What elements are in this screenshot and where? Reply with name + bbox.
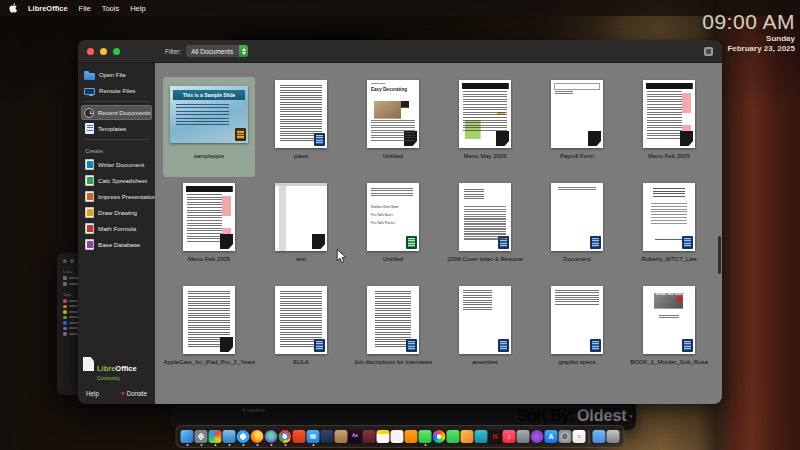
sidebar-item-calc-spreadsheet[interactable]: Calc Spreadsheet — [81, 173, 152, 188]
sidebar-item-math-formula[interactable]: Math Formula — [81, 221, 152, 236]
document-test[interactable]: test — [255, 180, 347, 280]
base-database-icon — [85, 239, 94, 250]
sidebar-item-recent-documents[interactable]: Recent Documents — [81, 105, 152, 120]
sidebar-item-label: Math Formula — [98, 225, 136, 232]
document-job-discriptions-for-interviews[interactable]: Job discriptions for interviews — [347, 283, 439, 383]
dropdown-stepper-icon[interactable] — [239, 45, 248, 57]
replies-count: 4 replies — [242, 407, 265, 413]
document-applecare-for-ipad-pro-2-years[interactable]: AppleCare_for_iPad_Pro_2_Years — [163, 283, 255, 383]
dock-icon-orange-utility[interactable] — [405, 428, 418, 445]
document-graphic-specs[interactable]: graphic specs — [531, 283, 623, 383]
document-thumbnail — [163, 180, 255, 254]
dock-icon-chrome[interactable] — [279, 428, 292, 445]
document-thumbnail — [439, 283, 531, 357]
minimize-button[interactable] — [100, 48, 107, 55]
document-untitled[interactable]: Numbers Sheet NameFirst Table BasicsFirs… — [347, 180, 439, 280]
dock-icon-downloads-folder[interactable] — [593, 428, 606, 445]
dock-icon-after-effects[interactable]: Ae — [349, 428, 362, 445]
document-amenities[interactable]: amenities — [439, 283, 531, 383]
after-effects-glyph: Ae — [352, 434, 358, 439]
dock-icon-mail[interactable]: ✉ — [307, 428, 320, 445]
writer-badge-icon — [314, 133, 325, 146]
dock-icon-media-grid[interactable] — [209, 428, 222, 445]
dock-icon-tor-browser[interactable] — [265, 428, 278, 445]
writer-badge-icon — [314, 339, 325, 352]
document-name: Menu Feb 2005 — [648, 153, 690, 159]
dock-icon-teal-app[interactable] — [475, 428, 488, 445]
sidebar-item-base-database[interactable]: Base Database — [81, 237, 152, 252]
sidebar-item-templates[interactable]: Templates — [81, 121, 152, 136]
sidebar-item-impress-presentation[interactable]: Impress Presentation — [81, 189, 152, 204]
dock-icon-photos-dark[interactable] — [363, 428, 376, 445]
close-button[interactable] — [87, 48, 94, 55]
dock-icon-notes[interactable] — [377, 428, 390, 445]
menu-item-tools[interactable]: Tools — [102, 4, 120, 13]
dock-icon-finder[interactable] — [181, 428, 194, 445]
window-titlebar[interactable]: Filter: All Documents — [78, 40, 722, 63]
document-2008-cover-letter-resume[interactable]: 2008 Cover letter & Resume — [439, 180, 531, 280]
dock-icon-firefox[interactable] — [251, 428, 264, 445]
dock-icon-reminders[interactable] — [391, 428, 404, 445]
writer-badge-icon — [682, 236, 693, 249]
dock-icon-purple-app[interactable] — [531, 428, 544, 445]
document-name: AppleCare_for_iPad_Pro_2_Years — [164, 359, 255, 365]
menu-item-file[interactable]: File — [79, 4, 91, 13]
document-name: test — [296, 256, 306, 262]
document-name: Untitled — [383, 256, 403, 262]
sort-by-control[interactable]: Sort By: Oldest ▾ — [517, 407, 632, 425]
document-eula[interactable]: EULA — [255, 283, 347, 383]
dock-icon-preview[interactable] — [223, 428, 236, 445]
filter-dropdown[interactable]: All Documents — [186, 45, 248, 57]
zoom-button[interactable] — [113, 48, 120, 55]
dock-icon-system-settings[interactable]: ⚙ — [559, 428, 572, 445]
document-book-1-murder-sub-rosa[interactable]: Murder Sub RosaBOOK_1_Murder_Sub_Rosa — [623, 283, 715, 383]
dock-icon-safari[interactable] — [237, 428, 250, 445]
document-thumbnail — [531, 77, 623, 151]
dock-icon-trash[interactable] — [607, 428, 620, 445]
dock-icon-gray-utility[interactable] — [517, 428, 530, 445]
dock-icon-brave[interactable] — [293, 428, 306, 445]
document-menu-feb-2005[interactable]: Menu Feb 2005 — [163, 180, 255, 280]
running-indicator — [200, 444, 202, 446]
running-indicator — [284, 444, 286, 446]
dock-icon-photos[interactable] — [433, 428, 446, 445]
mouse-cursor — [336, 249, 347, 268]
document-name: BOOK_1_Murder_Sub_Rosa — [630, 359, 708, 365]
dock-icon-notes-white[interactable]: ≡ — [573, 428, 586, 445]
dock-icon-facetime[interactable] — [447, 428, 460, 445]
dock-icon-pencil-editor[interactable] — [461, 428, 474, 445]
menu-app-name[interactable]: LibreOffice — [28, 4, 68, 13]
sidebar-item-open-file[interactable]: Open File — [81, 67, 152, 82]
sidebar-item-writer-document[interactable]: Writer Document — [81, 157, 152, 172]
menu-item-help[interactable]: Help — [130, 4, 145, 13]
templates-icon — [85, 123, 94, 134]
sidebar-item-remote-files[interactable]: Remote Files — [81, 83, 152, 98]
document-menu-feb-2005[interactable]: Menu Feb 2005 — [623, 77, 715, 177]
sidebar-item-label: Recent Documents — [98, 109, 151, 116]
dock-icon-navy-app[interactable] — [321, 428, 334, 445]
impress-presentation-icon — [85, 191, 94, 202]
document-payroll-form[interactable]: Payroll Form — [531, 77, 623, 177]
document-roberts-wtc7-lies[interactable]: Roberts_WTC7_Lies — [623, 180, 715, 280]
help-link[interactable]: Help — [86, 390, 99, 397]
document-name: amenities — [472, 359, 498, 365]
document-samplepptx[interactable]: This is a Sample Slidesamplepptx — [163, 77, 255, 177]
dock-icon-files[interactable] — [335, 428, 348, 445]
document-document[interactable]: Document — [531, 180, 623, 280]
document-thumbnail: This is a Sample Slide — [163, 77, 255, 151]
apple-menu-icon[interactable] — [9, 3, 17, 13]
dock-icon-launchpad[interactable] — [195, 428, 208, 445]
sidebar-item-draw-drawing[interactable]: Draw Drawing — [81, 205, 152, 220]
donate-button[interactable]: ♥ Donate — [121, 390, 147, 397]
document-jokes[interactable]: jokes — [255, 77, 347, 177]
dock-icon-music[interactable]: ♪ — [503, 428, 516, 445]
sort-by-value[interactable]: Oldest — [577, 407, 627, 425]
scrollbar[interactable] — [718, 236, 721, 274]
dock-icon-messages[interactable] — [419, 428, 432, 445]
document-menu-may-2005[interactable]: Menu May 2005 — [439, 77, 531, 177]
desktop-clock: 09:00 AM Sunday February 23, 2025 — [702, 11, 795, 53]
dock-icon-netflix[interactable]: N — [489, 428, 502, 445]
document-untitled[interactable]: Easy DecoratingUntitled — [347, 77, 439, 177]
dock-icon-app-store[interactable]: A — [545, 428, 558, 445]
document-thumbnail — [439, 180, 531, 254]
